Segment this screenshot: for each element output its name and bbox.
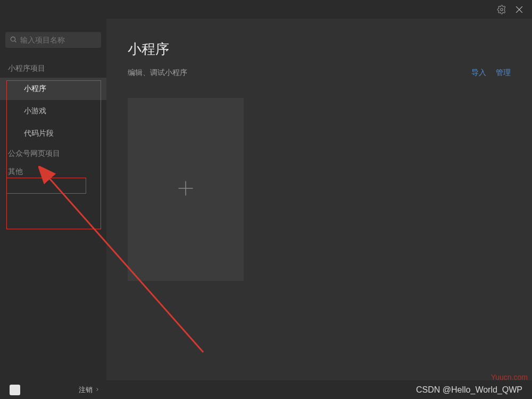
sidebar-item-minigame[interactable]: 小游戏 [0,100,106,122]
search-icon [10,36,17,45]
logout-button[interactable]: 注销 [79,385,100,395]
sidebar-item-miniprogram[interactable]: 小程序 [0,78,106,100]
plus-icon [176,179,195,200]
sidebar-section-other[interactable]: 其他 [0,163,106,181]
sidebar-item-code-snippet[interactable]: 代码片段 [0,122,106,145]
settings-icon[interactable] [497,5,506,14]
manage-link[interactable]: 管理 [496,68,511,78]
new-project-card[interactable] [128,98,244,281]
search-input-wrap [5,32,101,48]
sidebar-section-official-account-webpage[interactable]: 公众号网页项目 [0,145,106,163]
footer: 注销 CSDN @Hello_World_QWP [0,380,532,399]
page-subtitle: 编辑、调试小程序 [128,68,187,78]
svg-point-3 [11,37,15,41]
main-content: 小程序 编辑、调试小程序 导入 管理 [106,19,532,380]
close-icon[interactable] [514,4,525,15]
sidebar: 小程序项目 小程序 小游戏 代码片段 公众号网页项目 其他 [0,19,106,380]
chevron-right-icon [95,386,100,394]
svg-line-4 [15,40,16,42]
svg-point-0 [501,8,503,11]
search-input[interactable] [20,36,97,44]
page-title: 小程序 [128,40,511,59]
sidebar-section-miniprogram-projects[interactable]: 小程序项目 [0,60,106,78]
credit-text: CSDN @Hello_World_QWP [416,385,522,395]
import-link[interactable]: 导入 [471,68,486,78]
avatar[interactable] [10,385,20,395]
logout-label: 注销 [79,385,93,395]
